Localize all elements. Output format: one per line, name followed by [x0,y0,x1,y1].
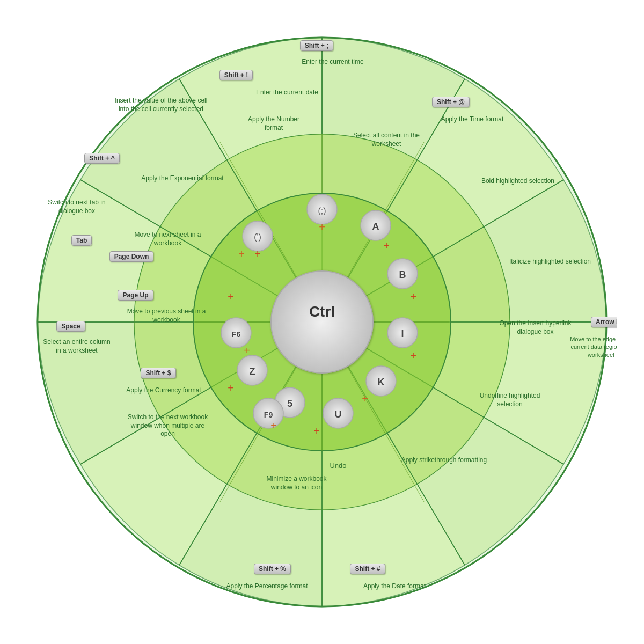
svg-text:+: + [362,393,368,405]
shortcut-wheel: Ctrl (') (;) A B I K U 5 Z F9 [27,27,617,617]
svg-text:+: + [244,345,250,356]
svg-text:+: + [410,291,416,303]
svg-text:+: + [383,240,390,252]
svg-text:(;): (;) [318,206,326,215]
svg-text:+: + [313,425,320,437]
svg-text:+: + [319,221,325,233]
svg-text:A: A [372,221,379,232]
svg-text:+: + [254,248,261,260]
svg-text:+: + [270,420,277,431]
svg-text:+: + [228,291,234,303]
svg-text:5: 5 [287,398,292,409]
svg-text:('): (') [254,232,261,241]
svg-point-26 [271,271,373,373]
svg-text:K: K [378,377,385,387]
svg-text:Z: Z [250,366,255,377]
svg-text:I: I [401,328,404,339]
svg-text:+: + [228,382,234,394]
svg-text:B: B [399,269,406,280]
svg-text:Ctrl: Ctrl [309,303,335,320]
svg-text:+: + [238,248,245,260]
svg-text:F9: F9 [264,411,273,419]
svg-text:F6: F6 [232,330,241,339]
svg-text:+: + [410,350,416,362]
svg-text:U: U [335,409,342,420]
